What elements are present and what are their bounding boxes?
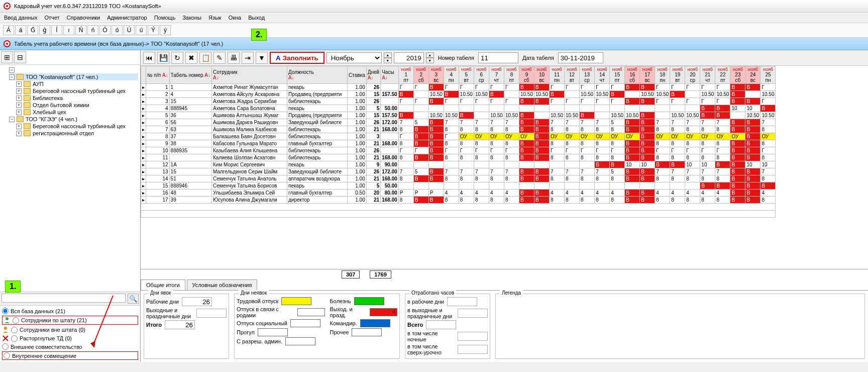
accent-char-button[interactable]: á: [15, 25, 26, 35]
expander-icon[interactable]: −: [9, 74, 15, 80]
binoculars-icon[interactable]: 🔍: [128, 294, 139, 304]
menu-item[interactable]: Справочники: [67, 15, 100, 21]
year-input[interactable]: [394, 52, 424, 63]
table-row[interactable]: ▸10888935Казыбаева Алия Клышевнабиблиоте…: [141, 147, 776, 154]
spin-up-icon[interactable]: ▲: [384, 52, 392, 58]
tree-node[interactable]: Береговой насосный турбинный цех: [33, 123, 126, 129]
edit-icon[interactable]: ✎: [213, 52, 226, 64]
delete-icon[interactable]: ✖: [185, 52, 197, 64]
table-row[interactable]: ▸24Ахметова Айсулу АскаровнаПродавец (пр…: [141, 91, 776, 98]
tree-search-input[interactable]: [2, 294, 126, 303]
tree-node[interactable]: Береговой насосный турбинный цех: [33, 88, 126, 94]
table-row[interactable]: ▸1315Малгельдинов Серик ШаймЗаведующий б…: [141, 168, 776, 175]
tree-expand-icon[interactable]: ⊞: [1, 51, 13, 63]
refresh-icon[interactable]: ↻: [171, 52, 183, 64]
radio-nonstaff[interactable]: Сотрудники вне штата (0): [2, 326, 138, 333]
table-row[interactable]: ▸4888945Ахметова Сара Болатовнапекарь1.0…: [141, 105, 776, 112]
fill-button[interactable]: AЗаполнить: [270, 52, 324, 64]
filter-icon[interactable]: ▼: [256, 52, 268, 64]
expander-icon[interactable]: +: [16, 88, 22, 94]
table-row[interactable]: ▸938Кабасова Гульнара Маратоглавный бухг…: [141, 140, 776, 147]
accent-char-button[interactable]: ı: [63, 25, 74, 35]
spin-up-icon[interactable]: ▲: [426, 52, 434, 58]
accent-char-button[interactable]: ú: [136, 25, 147, 35]
tree-node[interactable]: Отдел бытовой химии: [33, 102, 89, 108]
expander-icon[interactable]: +: [16, 131, 22, 136]
folder-icon: [24, 88, 31, 94]
folder-icon: [24, 130, 31, 136]
accent-char-button[interactable]: Í: [51, 25, 62, 35]
nav-first-icon[interactable]: ⏮: [143, 52, 155, 64]
expander-icon[interactable]: +: [16, 81, 22, 87]
accent-char-button[interactable]: Ó: [99, 25, 111, 35]
expander-icon[interactable]: −: [9, 117, 15, 122]
bottom-panels: Дни явок Рабочие дни Выходные и празднич…: [141, 291, 868, 362]
radio-staff[interactable]: Сотрудники по штату (21): [2, 316, 138, 325]
workdays-input[interactable]: [182, 297, 212, 306]
tree-node[interactable]: Хлебный цех: [33, 109, 66, 115]
menu-item[interactable]: Законы: [182, 15, 201, 21]
expander-icon[interactable]: −: [9, 67, 15, 73]
menu-item[interactable]: Ввод данных: [4, 15, 38, 21]
accent-char-button[interactable]: Ǵ: [27, 25, 38, 35]
panel-legend: Легенда: [495, 294, 865, 359]
menu-item[interactable]: Окна: [229, 15, 242, 21]
tab-summary[interactable]: Общие итоги: [141, 280, 185, 290]
holidays-input[interactable]: [196, 309, 227, 318]
tree-node[interactable]: АУП: [33, 81, 44, 87]
expander-icon[interactable]: +: [16, 96, 22, 101]
table-row[interactable]: ▸315Ахметова Жадра Серикбаебиблиотекарь1…: [141, 98, 776, 105]
radio-internal[interactable]: Внутреннее совмещение: [2, 351, 138, 360]
expander-icon[interactable]: +: [16, 110, 22, 115]
accent-char-button[interactable]: ń: [87, 25, 98, 35]
save-icon[interactable]: 💾: [157, 52, 169, 64]
copy-icon[interactable]: 📋: [199, 52, 211, 64]
accent-char-button[interactable]: ǵ: [39, 25, 50, 35]
table-row[interactable]: ▸1648Ульшибаева Эльмира Сейглавный бухга…: [141, 190, 776, 197]
accent-char-button[interactable]: Á: [3, 25, 14, 35]
org-tree[interactable]: − −ТОО "Kostanaysoft" (17 чел.) +АУП+Бер…: [0, 65, 140, 292]
spin-down-icon[interactable]: ▼: [426, 58, 434, 63]
menu-item[interactable]: Администратор: [107, 15, 147, 21]
menu-item[interactable]: Отчет: [45, 15, 60, 21]
accent-char-button[interactable]: ý: [160, 25, 171, 35]
spin-down-icon[interactable]: ▼: [384, 58, 392, 63]
folder-icon: [17, 74, 24, 80]
table-row[interactable]: ▸121АКим Морис Сергеевичпекарь1.00990.00…: [141, 161, 776, 168]
tree-collapse-icon[interactable]: ⊟: [14, 51, 26, 63]
tree-node[interactable]: ТОО "КГЭЭ" (4 чел.): [26, 116, 77, 122]
table-row[interactable]: ▸763Ашимова Малика Казбековбиблиотекарь1…: [141, 126, 776, 133]
print-icon[interactable]: 🖶: [228, 52, 240, 64]
radio-external[interactable]: Внешнее совместительство: [2, 343, 138, 350]
table-row[interactable]: ▸15888946Семенчук Татьяна Борисовпекарь1…: [141, 182, 776, 190]
table-row[interactable]: ▸837Балкашева Баян Досетовнбиблиотекарь1…: [141, 133, 776, 140]
radio-all[interactable]: Вся база данных (21): [2, 308, 138, 314]
timesheet-grid[interactable]: № п/п A↓Табель номер A↓СотрудникA↓Должно…: [141, 66, 868, 269]
accent-char-button[interactable]: Ú: [124, 25, 135, 35]
table-row[interactable]: ▸11Калиева Шолпан Асхатовнбиблиотекарь1.…: [141, 154, 776, 161]
table-row[interactable]: ▸11Ахметов Ринат Жумасултанпекарь1.0026Г…: [141, 84, 776, 91]
accent-char-button[interactable]: Ý: [148, 25, 159, 35]
tree-node[interactable]: регистрационный отдел: [33, 130, 94, 136]
expander-icon[interactable]: +: [16, 103, 22, 108]
expander-icon[interactable]: +: [16, 124, 22, 129]
menu-item[interactable]: Помощь: [154, 15, 176, 21]
table-row[interactable]: ▸536Ашимова Алтыншаш ЖумагПродавец (пред…: [141, 112, 776, 119]
table-row[interactable]: ▸656Ашимова Дарига РашидовнЗаведующий би…: [141, 119, 776, 126]
tabdate-input[interactable]: [558, 52, 603, 63]
accent-char-button[interactable]: Ń: [75, 25, 86, 35]
tab-legend[interactable]: Условные обозначения: [187, 280, 258, 290]
table-row[interactable]: ▸1451Семенчук Татьяна Анатольаппаратчик …: [141, 175, 776, 182]
accent-char-button[interactable]: ó: [112, 25, 123, 35]
radio-terminated[interactable]: Расторгнутые ТД (0): [2, 335, 138, 342]
table-row[interactable]: ▸1739Юсупова Алина Джумагалидиректор1.00…: [141, 197, 776, 204]
month-select[interactable]: Ноябрь: [327, 52, 382, 63]
menu-item[interactable]: Выход: [248, 15, 265, 21]
menu-item[interactable]: Язык: [208, 15, 222, 21]
panel-attendance: Дни явок Рабочие дни Выходные и празднич…: [144, 294, 229, 359]
tabnum-input[interactable]: [478, 52, 518, 63]
total-input[interactable]: [165, 320, 195, 329]
tree-node[interactable]: ТОО "Kostanaysoft" (17 чел.): [26, 74, 98, 80]
export-icon[interactable]: ⇥: [242, 52, 254, 64]
tree-node[interactable]: Библиотека: [33, 95, 63, 101]
